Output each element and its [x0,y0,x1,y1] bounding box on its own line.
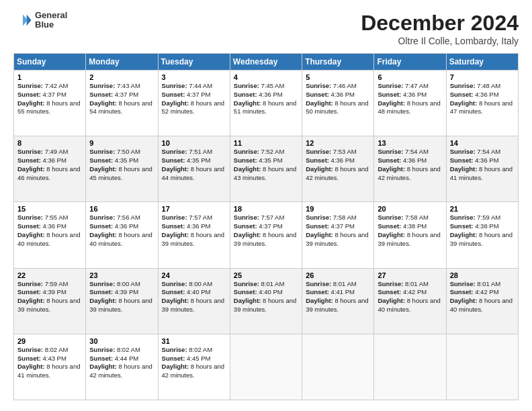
calendar-cell: 31Sunrise: 8:02 AMSunset: 4:45 PMDayligh… [158,334,230,400]
day-info: Sunrise: 7:58 AMSunset: 4:37 PMDaylight:… [306,214,370,248]
calendar-cell: 20Sunrise: 7:58 AMSunset: 4:38 PMDayligh… [374,202,446,268]
week-row-4: 22Sunrise: 7:59 AMSunset: 4:39 PMDayligh… [14,268,519,334]
day-info: Sunrise: 8:02 AMSunset: 4:45 PMDaylight:… [162,346,226,380]
day-info: Sunrise: 7:53 AMSunset: 4:36 PMDaylight:… [306,148,370,182]
col-header-tuesday: Tuesday [158,54,230,71]
day-info: Sunrise: 7:47 AMSunset: 4:36 PMDaylight:… [378,82,442,116]
day-number: 8 [17,139,82,147]
col-header-monday: Monday [86,54,158,71]
day-number: 26 [306,271,370,279]
day-info: Sunrise: 7:58 AMSunset: 4:38 PMDaylight:… [378,214,442,248]
day-info: Sunrise: 7:59 AMSunset: 4:38 PMDaylight:… [450,214,515,248]
header: General Blue December 2024 Oltre Il Coll… [13,11,519,46]
day-info: Sunrise: 7:59 AMSunset: 4:39 PMDaylight:… [17,280,82,314]
day-number: 10 [162,139,226,147]
calendar-cell: 4Sunrise: 7:45 AMSunset: 4:36 PMDaylight… [230,71,302,136]
day-info: Sunrise: 8:01 AMSunset: 4:40 PMDaylight:… [234,280,298,314]
header-row: SundayMondayTuesdayWednesdayThursdayFrid… [14,54,519,71]
calendar-cell: 7Sunrise: 7:48 AMSunset: 4:36 PMDaylight… [446,71,518,136]
day-info: Sunrise: 7:52 AMSunset: 4:35 PMDaylight:… [234,148,298,182]
calendar-cell: 11Sunrise: 7:52 AMSunset: 4:35 PMDayligh… [230,136,302,202]
day-number: 5 [306,73,370,81]
calendar-cell: 25Sunrise: 8:01 AMSunset: 4:40 PMDayligh… [230,268,302,334]
logo: General Blue [13,11,67,30]
calendar-cell: 9Sunrise: 7:50 AMSunset: 4:35 PMDaylight… [86,136,158,202]
calendar-cell: 14Sunrise: 7:54 AMSunset: 4:36 PMDayligh… [446,136,518,202]
day-info: Sunrise: 8:01 AMSunset: 4:42 PMDaylight:… [378,280,442,314]
day-number: 31 [162,337,226,345]
calendar-table: SundayMondayTuesdayWednesdayThursdayFrid… [13,53,519,400]
day-number: 11 [234,139,298,147]
calendar-cell: 27Sunrise: 8:01 AMSunset: 4:42 PMDayligh… [374,268,446,334]
calendar-cell: 30Sunrise: 8:02 AMSunset: 4:44 PMDayligh… [86,334,158,400]
calendar-cell: 23Sunrise: 8:00 AMSunset: 4:39 PMDayligh… [86,268,158,334]
logo-icon [13,11,32,30]
calendar-cell: 22Sunrise: 7:59 AMSunset: 4:39 PMDayligh… [14,268,86,334]
day-number: 13 [378,139,442,147]
day-number: 18 [234,205,298,213]
day-info: Sunrise: 7:55 AMSunset: 4:36 PMDaylight:… [17,214,82,248]
day-number: 27 [378,271,442,279]
day-number: 21 [450,205,515,213]
calendar-cell: 18Sunrise: 7:57 AMSunset: 4:37 PMDayligh… [230,202,302,268]
day-number: 30 [89,337,154,345]
calendar-cell: 28Sunrise: 8:01 AMSunset: 4:42 PMDayligh… [446,268,518,334]
main-title: December 2024 [361,11,519,36]
calendar-cell: 26Sunrise: 8:01 AMSunset: 4:41 PMDayligh… [302,268,374,334]
day-info: Sunrise: 7:50 AMSunset: 4:35 PMDaylight:… [89,148,154,182]
logo-line1: General [35,11,67,20]
calendar-body: 1Sunrise: 7:42 AMSunset: 4:37 PMDaylight… [14,71,519,400]
calendar-cell: 1Sunrise: 7:42 AMSunset: 4:37 PMDaylight… [14,71,86,136]
calendar-cell: 2Sunrise: 7:43 AMSunset: 4:37 PMDaylight… [86,71,158,136]
day-number: 24 [162,271,226,279]
day-info: Sunrise: 7:44 AMSunset: 4:37 PMDaylight:… [162,82,226,116]
week-row-3: 15Sunrise: 7:55 AMSunset: 4:36 PMDayligh… [14,202,519,268]
day-number: 7 [450,73,515,81]
calendar-cell: 17Sunrise: 7:57 AMSunset: 4:36 PMDayligh… [158,202,230,268]
day-info: Sunrise: 7:42 AMSunset: 4:37 PMDaylight:… [17,82,82,116]
calendar-cell: 21Sunrise: 7:59 AMSunset: 4:38 PMDayligh… [446,202,518,268]
day-number: 15 [17,205,82,213]
day-info: Sunrise: 7:57 AMSunset: 4:36 PMDaylight:… [162,214,226,248]
day-info: Sunrise: 7:54 AMSunset: 4:36 PMDaylight:… [450,148,515,182]
day-info: Sunrise: 8:02 AMSunset: 4:43 PMDaylight:… [17,346,82,380]
calendar-cell [230,334,302,400]
col-header-sunday: Sunday [14,54,86,71]
week-row-2: 8Sunrise: 7:49 AMSunset: 4:36 PMDaylight… [14,136,519,202]
calendar-cell: 12Sunrise: 7:53 AMSunset: 4:36 PMDayligh… [302,136,374,202]
calendar-cell [374,334,446,400]
day-number: 9 [89,139,154,147]
day-number: 12 [306,139,370,147]
day-info: Sunrise: 7:51 AMSunset: 4:35 PMDaylight:… [162,148,226,182]
day-number: 6 [378,73,442,81]
logo-text: General Blue [35,11,67,30]
day-number: 23 [89,271,154,279]
day-info: Sunrise: 7:43 AMSunset: 4:37 PMDaylight:… [89,82,154,116]
day-info: Sunrise: 7:56 AMSunset: 4:36 PMDaylight:… [89,214,154,248]
day-number: 28 [450,271,515,279]
logo-line2: Blue [35,20,67,30]
day-info: Sunrise: 7:48 AMSunset: 4:36 PMDaylight:… [450,82,515,116]
calendar-cell: 10Sunrise: 7:51 AMSunset: 4:35 PMDayligh… [158,136,230,202]
col-header-friday: Friday [374,54,446,71]
day-info: Sunrise: 8:00 AMSunset: 4:40 PMDaylight:… [162,280,226,314]
col-header-thursday: Thursday [302,54,374,71]
day-number: 17 [162,205,226,213]
calendar-cell: 8Sunrise: 7:49 AMSunset: 4:36 PMDaylight… [14,136,86,202]
day-info: Sunrise: 8:01 AMSunset: 4:41 PMDaylight:… [306,280,370,314]
col-header-saturday: Saturday [446,54,518,71]
day-info: Sunrise: 7:49 AMSunset: 4:36 PMDaylight:… [17,148,82,182]
calendar-cell [302,334,374,400]
calendar-cell: 5Sunrise: 7:46 AMSunset: 4:36 PMDaylight… [302,71,374,136]
day-number: 4 [234,73,298,81]
day-number: 14 [450,139,515,147]
calendar-cell [446,334,518,400]
day-info: Sunrise: 8:00 AMSunset: 4:39 PMDaylight:… [89,280,154,314]
day-info: Sunrise: 7:45 AMSunset: 4:36 PMDaylight:… [234,82,298,116]
calendar-cell: 13Sunrise: 7:54 AMSunset: 4:36 PMDayligh… [374,136,446,202]
day-number: 2 [89,73,154,81]
day-number: 22 [17,271,82,279]
calendar-cell: 29Sunrise: 8:02 AMSunset: 4:43 PMDayligh… [14,334,86,400]
day-number: 1 [17,73,82,81]
week-row-5: 29Sunrise: 8:02 AMSunset: 4:43 PMDayligh… [14,334,519,400]
